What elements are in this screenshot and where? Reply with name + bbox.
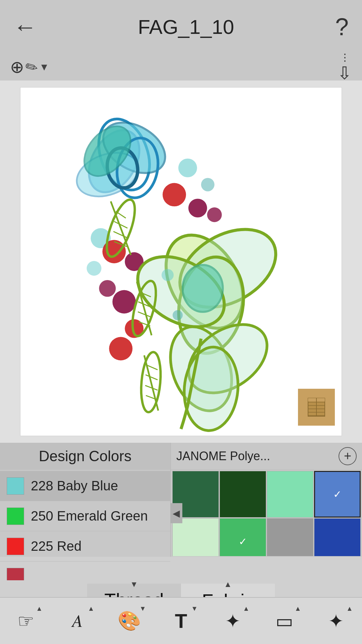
palette-tool-button[interactable]: 🎨 ▼ <box>109 604 149 638</box>
canvas-area <box>0 80 362 443</box>
svg-point-16 <box>87 261 102 276</box>
color-list: 228 Baby Blue 250 Emerald Green 225 Red <box>0 470 170 593</box>
stitch-icon: 𝐴 <box>72 611 83 631</box>
color-item-baby-blue[interactable]: 228 Baby Blue <box>0 471 170 501</box>
symbol-tool-button[interactable]: ✦ ▲ <box>213 604 253 638</box>
design-colors-header: Design Colors <box>0 443 170 470</box>
thread-color-grid: ✓ ✓ <box>171 470 362 556</box>
color-swatch-baby-blue <box>7 477 24 495</box>
fabric-tab-arrow: ▲ <box>224 580 232 589</box>
ruler-button[interactable] <box>298 389 335 426</box>
download-icon: ⇩ <box>337 63 352 83</box>
palette-dropdown-icon: ▼ <box>139 605 146 612</box>
thread-swatch-6[interactable] <box>267 518 313 556</box>
thread-swatch-7[interactable] <box>314 518 361 556</box>
text-tool-button[interactable]: T ▼ <box>161 604 201 638</box>
thread-swatch-2[interactable] <box>267 471 313 518</box>
header: ← FAG_1_10 ? <box>0 0 362 54</box>
svg-point-10 <box>163 183 186 206</box>
thread-swatch-1[interactable] <box>220 471 266 518</box>
thread-lib-header: JANOME Polye... + <box>171 443 362 470</box>
symbol-icon: ✦ <box>225 610 241 632</box>
design-colors-section: Design Colors 228 Baby Blue 250 Emerald … <box>0 443 171 557</box>
symbol-dropdown-icon: ▲ <box>243 605 249 612</box>
back-button[interactable]: ← <box>13 15 37 39</box>
color-swatch-red <box>7 538 24 555</box>
thread-tab-arrow: ▼ <box>130 580 138 589</box>
download-button[interactable]: ⋮ ⇩ <box>337 51 352 83</box>
zoom-tool[interactable]: ⊕ ✎ ▼ <box>10 57 49 77</box>
svg-point-18 <box>112 290 136 314</box>
svg-point-35 <box>183 265 223 312</box>
thread-library: JANOME Polye... + ✓ ✓ <box>171 443 362 557</box>
palette-icon: 🎨 <box>118 610 141 632</box>
svg-point-17 <box>99 280 116 297</box>
thread-swatch-5[interactable]: ✓ <box>220 518 266 556</box>
stitch-dropdown-icon: ▲ <box>88 605 95 612</box>
bottom-toolbar: ☞ ▲ 𝐴 ▲ 🎨 ▼ T ▼ ✦ ▲ ▭ ▲ ✦ ▲ <box>0 597 362 644</box>
svg-point-9 <box>201 178 215 192</box>
color-name-baby-blue: 228 Baby Blue <box>31 478 118 493</box>
effects-icon: ✦ <box>328 610 344 632</box>
frame-icon: ▭ <box>276 610 293 632</box>
color-item-red[interactable]: 225 Red <box>0 531 170 561</box>
toolbar-row: ⊕ ✎ ▼ ⋮ ⇩ <box>0 54 362 80</box>
frame-tool-button[interactable]: ▭ ▲ <box>264 604 305 638</box>
panel-collapse-arrow[interactable]: ◀ <box>170 503 182 523</box>
stitch-tool-button[interactable]: 𝐴 ▲ <box>57 604 98 638</box>
zoom-icon: ⊕ <box>10 57 24 77</box>
color-item-emerald[interactable]: 250 Emerald Green <box>0 501 170 531</box>
pencil-icon: ✎ <box>22 57 42 78</box>
touch-tool-button[interactable]: ☞ ▲ <box>6 604 46 638</box>
text-icon: T <box>175 609 187 633</box>
svg-point-12 <box>207 207 222 222</box>
thread-swatch-3[interactable]: ✓ <box>314 471 361 518</box>
effects-tool-button[interactable]: ✦ ▲ <box>316 604 356 638</box>
svg-point-11 <box>188 199 207 217</box>
design-colors-label: Design Colors <box>39 448 131 465</box>
help-button[interactable]: ? <box>335 13 349 41</box>
add-thread-button[interactable]: + <box>339 447 357 465</box>
svg-point-55 <box>173 310 183 320</box>
thread-swatch-4[interactable] <box>172 518 219 556</box>
svg-point-20 <box>109 337 132 361</box>
svg-point-8 <box>178 159 197 177</box>
color-name-emerald: 250 Emerald Green <box>31 508 148 524</box>
color-name-red: 225 Red <box>31 539 81 554</box>
touch-dropdown-icon: ▲ <box>36 605 43 612</box>
svg-point-54 <box>162 269 174 281</box>
color-swatch-emerald <box>7 507 24 525</box>
text-dropdown-icon: ▼ <box>191 605 198 612</box>
embroidery-design <box>20 88 342 436</box>
touch-icon: ☞ <box>17 610 34 632</box>
embroidery-canvas <box>20 87 342 436</box>
effects-dropdown-icon: ▲ <box>346 605 353 612</box>
thread-lib-name: JANOME Polye... <box>176 449 270 463</box>
frame-dropdown-icon: ▲ <box>295 605 301 612</box>
page-title: FAG_1_10 <box>138 15 234 39</box>
